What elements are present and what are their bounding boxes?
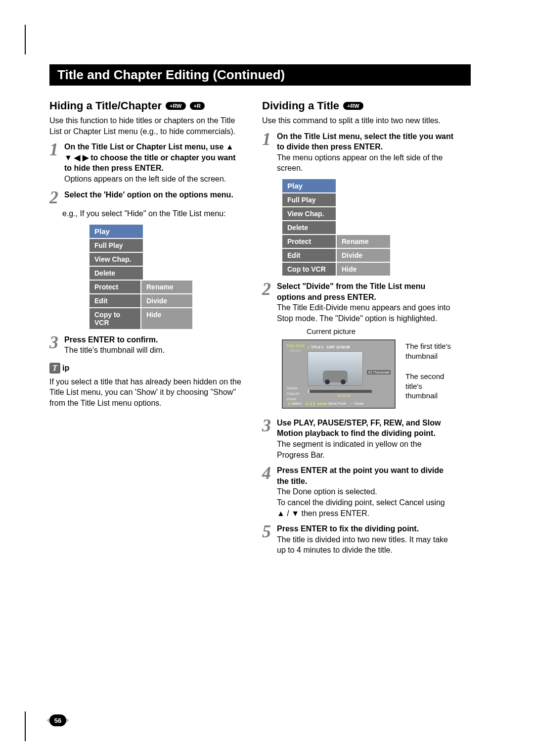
ds-side-item: Cancel <box>287 391 299 396</box>
page-number: 56 <box>49 714 66 726</box>
left-step3-bold: Press ENTER to confirm. <box>64 335 158 344</box>
badge-rw: +RW <box>166 102 186 110</box>
menu2-item: Rename <box>336 235 391 248</box>
right-step4-p1: The Done option is selected. <box>277 487 377 496</box>
annot-second-thumb: The second title's thumbnail <box>405 372 455 401</box>
page-title: Title and Chapter Editing (Continued) <box>49 64 471 86</box>
ds-hdr1: TITLE 2 <box>308 345 323 349</box>
tip-label: ip <box>62 364 69 373</box>
menu1-item: Full Play <box>89 238 143 252</box>
options-menu-1: Play Full Play View Chap. Delete Protect… <box>89 224 193 330</box>
menu2-item: Divide <box>336 248 391 262</box>
left-step1-bold: On the Title List or Chapter List menu, … <box>64 142 236 172</box>
right-step3-bold: Use PLAY, PAUSE/STEP, FF, REW, and Slow … <box>277 419 441 438</box>
right-step5-bold: Press ENTER to fix the dividing point. <box>277 524 419 533</box>
step-number-3: 3 <box>49 334 60 356</box>
right-step2-plain: The Title Edit-Divide menu appears and g… <box>277 303 450 323</box>
menu1-item: Rename <box>141 280 193 294</box>
menu1-item: Divide <box>141 294 193 308</box>
right-step2-bold: Select "Divide" from the Title List menu… <box>277 282 425 301</box>
menu2-item: Delete <box>282 221 336 235</box>
left-step3-plain: The title's thumbnail will dim. <box>64 346 165 354</box>
menu2-item: Full Play <box>282 193 336 207</box>
menu2-item: Hide <box>336 262 391 276</box>
ds-footer-close: Close <box>355 402 363 405</box>
menu1-item: Delete <box>89 266 143 280</box>
dividing-intro: Use this command to split a title into t… <box>262 115 455 126</box>
right-step5-plain: The title is divided into two new titles… <box>277 535 448 555</box>
options-menu-2: Play Full Play View Chap. Delete Protect… <box>282 179 420 276</box>
menu2-item: Protect <box>282 235 336 248</box>
ds-thumb-label: #1 Thumbnail <box>367 370 391 375</box>
current-picture-label: Current picture <box>307 327 400 336</box>
menu1-item: Edit <box>89 294 141 308</box>
ds-side-item: Divide <box>287 386 299 390</box>
menu1-item: View Chap. <box>89 252 143 266</box>
left-step2-bold: Select the 'Hide' option on the options … <box>64 190 233 199</box>
dividing-heading: Dividing a Title <box>262 99 339 112</box>
menu1-item: Protect <box>89 280 141 294</box>
right-step4-bold: Press ENTER at the point you want to div… <box>277 466 444 485</box>
hiding-heading: Hiding a Title/Chapter <box>49 99 162 112</box>
ds-time: 00:00:00 <box>337 394 351 397</box>
step-number-5: 5 <box>262 523 273 556</box>
menu1-item: Copy to VCR <box>89 308 141 330</box>
annot-first-thumb: The first title's thumbnail <box>405 341 455 361</box>
step-number-2: 2 <box>262 281 273 324</box>
left-column: Hiding a Title/Chapter +RW +R Use this f… <box>49 95 242 559</box>
title-edit-divide-screen: Title Edit -Divide TITLE 2 12/07 12:00:0… <box>282 339 396 409</box>
left-step1-plain: Options appears on the left side of the … <box>64 175 226 183</box>
ds-footer-move: Move Point <box>328 402 346 405</box>
right-column: Dividing a Title +RW Use this command to… <box>262 95 455 559</box>
ds-progress-bar <box>308 390 372 393</box>
step-number-4: 4 <box>262 465 273 519</box>
hiding-intro: Use this function to hide titles or chap… <box>49 115 242 137</box>
right-step4-p2: To cancel the dividing point, select Can… <box>277 498 445 518</box>
step-number-1: 1 <box>49 142 60 184</box>
menu2-item: Cop to VCR <box>282 262 336 276</box>
badge-r: +R <box>190 102 205 110</box>
tip-body: If you select a title that has already b… <box>49 377 242 409</box>
right-step1-plain: The menu options appear on the left side… <box>277 153 443 173</box>
menu1-header: Play <box>89 224 143 238</box>
menu2-item: View Chap. <box>282 207 336 221</box>
menu1-item: Hide <box>141 308 193 330</box>
tip-icon: T <box>49 363 60 374</box>
ds-hdr2: 12/07 12:00:00 <box>326 345 350 349</box>
step-number-1: 1 <box>262 131 273 174</box>
ds-footer-select: Select <box>292 402 301 405</box>
right-step3-plain: The segment is indicated in yellow on th… <box>277 440 422 459</box>
menu2-header: Play <box>282 179 336 193</box>
ds-side-options: Divide Cancel Done <box>287 386 299 402</box>
right-step1-bold: On the Title List menu, select the title… <box>277 132 453 151</box>
step-number-2: 2 <box>49 189 60 205</box>
step-number-3: 3 <box>262 418 273 460</box>
left-step2-eg: e.g., If you select "Hide" on the Title … <box>62 208 242 219</box>
menu2-item: Edit <box>282 248 336 262</box>
badge-rw: +RW <box>343 102 363 110</box>
ds-preview <box>308 351 363 386</box>
ds-side-item: Done <box>287 397 299 401</box>
